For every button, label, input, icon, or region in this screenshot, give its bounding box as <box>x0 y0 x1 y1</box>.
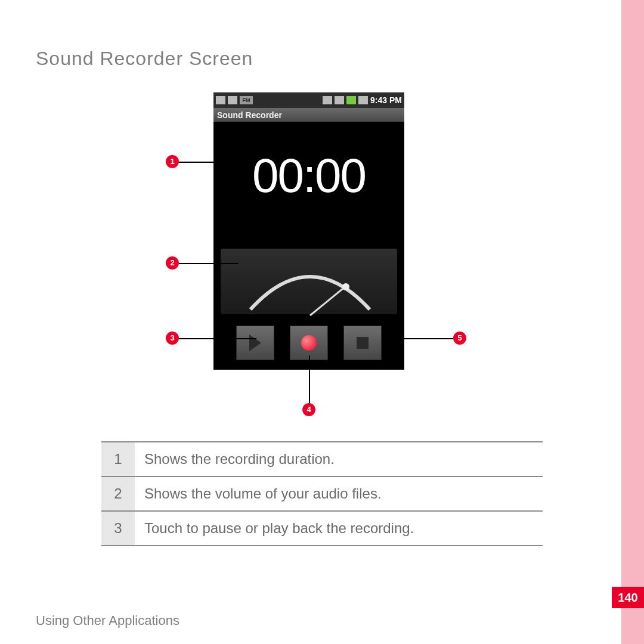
recording-timer: 00:00 <box>213 148 404 203</box>
status-right-icons: 9:43 PM <box>323 95 402 105</box>
warning-icon <box>228 96 237 104</box>
callout-dot-1: 1 <box>166 155 179 168</box>
play-button[interactable] <box>236 326 274 360</box>
callout-leader-2 <box>179 263 239 264</box>
callout-leader-1 <box>179 162 239 163</box>
headphones-icon <box>358 96 368 104</box>
row-number: 1 <box>101 442 135 476</box>
table-row: 3 Touch to pause or play back the record… <box>101 512 543 546</box>
status-left-icons: FM <box>216 96 253 104</box>
footer-text: Using Other Applications <box>36 613 179 628</box>
network-icon <box>323 96 332 104</box>
svg-line-0 <box>310 289 343 315</box>
description-table: 1 Shows the recording duration. 2 Shows … <box>101 441 543 546</box>
stop-icon <box>357 337 369 349</box>
recorder-body: 00:00 <box>213 122 404 370</box>
table-row: 2 Shows the volume of your audio files. <box>101 477 543 512</box>
table-row: 1 Shows the recording duration. <box>101 442 543 477</box>
callout-dot-5: 5 <box>453 332 466 345</box>
page-number-badge: 140 <box>612 587 644 608</box>
app-titlebar: Sound Recorder <box>213 108 404 122</box>
play-icon <box>249 335 261 351</box>
callout-leader-4 <box>309 355 310 403</box>
callout-dot-2: 2 <box>166 256 179 270</box>
signal-icon <box>335 96 344 104</box>
row-text: Touch to pause or play back the recordin… <box>135 512 543 545</box>
callout-leader-3 <box>179 338 256 339</box>
row-number: 2 <box>101 477 135 510</box>
stop-button[interactable] <box>343 326 382 360</box>
side-tab <box>621 0 644 644</box>
record-icon <box>301 335 317 351</box>
page-title: Sound Recorder Screen <box>36 48 253 70</box>
battery-icon <box>346 96 356 104</box>
vu-meter-arc <box>244 256 376 321</box>
status-clock: 9:43 PM <box>370 95 402 105</box>
phone-screenshot: FM 9:43 PM Sound Recorder 00:00 <box>213 92 404 370</box>
fm-icon: FM <box>240 96 253 104</box>
usb-icon <box>216 96 225 104</box>
callout-dot-4: 4 <box>302 403 315 416</box>
svg-point-1 <box>342 283 349 290</box>
vu-meter-panel <box>221 249 397 314</box>
callout-dot-3: 3 <box>166 332 179 345</box>
callout-leader-5 <box>382 338 453 339</box>
row-text: Shows the volume of your audio files. <box>135 477 543 510</box>
row-number: 3 <box>101 512 135 545</box>
status-bar: FM 9:43 PM <box>213 92 404 108</box>
row-text: Shows the recording duration. <box>135 442 543 476</box>
